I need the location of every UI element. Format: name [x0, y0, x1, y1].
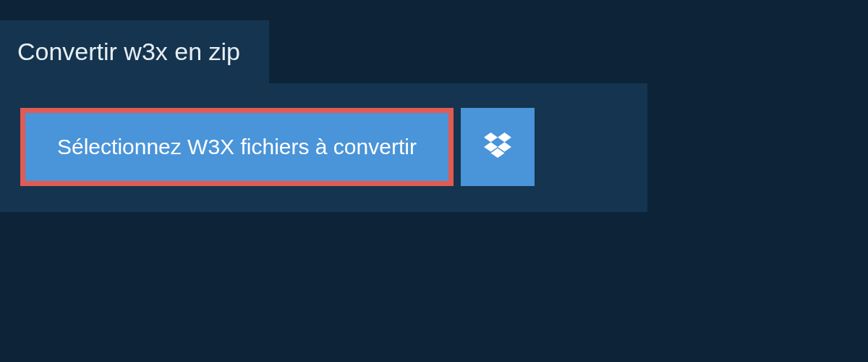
button-row: Sélectionnez W3X fichiers à convertir — [20, 108, 627, 186]
upload-panel: Sélectionnez W3X fichiers à convertir — [0, 83, 647, 212]
dropbox-icon — [484, 132, 511, 161]
dropbox-button[interactable] — [461, 108, 535, 186]
page-title: Convertir w3x en zip — [17, 38, 240, 66]
tab-header: Convertir w3x en zip — [0, 20, 269, 83]
select-files-button[interactable]: Sélectionnez W3X fichiers à convertir — [20, 108, 454, 186]
